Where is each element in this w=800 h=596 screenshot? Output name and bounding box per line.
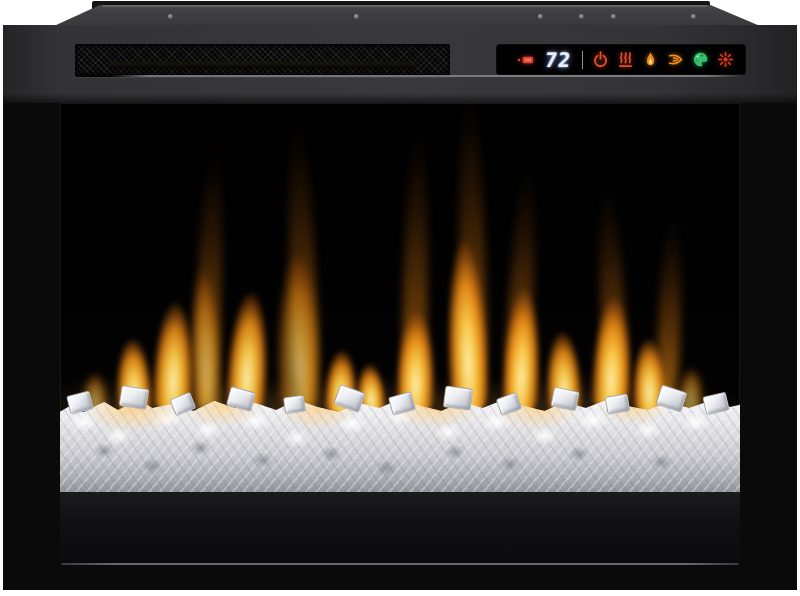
heat-button[interactable] — [617, 51, 634, 68]
color-theme-button[interactable] — [692, 51, 709, 68]
product-name: Electric Fireplace Insert — [0, 0, 1, 1]
screw-icon — [354, 14, 359, 19]
glass-bottom-trim — [62, 563, 738, 565]
fireplace-product-photo: Electric Fireplace Insert 72 — [0, 0, 800, 596]
power-button[interactable] — [592, 51, 609, 68]
flame-tongue — [498, 229, 548, 415]
crystal-chunk — [119, 385, 150, 410]
temperature-display: 72 — [544, 48, 573, 72]
screw-icon — [611, 14, 616, 19]
screw-icon — [579, 14, 584, 19]
flame-tongue — [392, 265, 441, 416]
flame-speed-icon — [667, 51, 684, 68]
screw-icon — [168, 14, 173, 19]
firebox-glass — [60, 103, 740, 565]
flame-icon — [642, 51, 659, 68]
control-panel: 72 — [497, 45, 745, 74]
flame-tongue — [270, 180, 326, 416]
top-bezel: 72 — [3, 25, 797, 103]
heat-on-indicator-icon — [517, 55, 534, 65]
hearth-front-panel — [60, 492, 740, 563]
power-icon — [592, 51, 609, 68]
top-panel — [54, 5, 760, 26]
panel-divider — [582, 51, 583, 69]
brightness-icon — [717, 51, 734, 68]
flame-speed-button[interactable] — [667, 51, 684, 68]
heater-icon — [617, 51, 634, 68]
control-buttons — [592, 51, 734, 68]
crystal-chunk — [443, 385, 473, 410]
fireplace-body: 72 — [3, 25, 797, 590]
brightness-button[interactable] — [717, 51, 734, 68]
crystal-chunk — [283, 395, 306, 415]
flame-button[interactable] — [642, 51, 659, 68]
bezel-highlight-line — [110, 75, 743, 77]
flame-tongue — [437, 159, 494, 416]
screw-icon — [538, 14, 543, 19]
color-palette-icon — [692, 51, 709, 68]
heater-vent-grille — [75, 44, 450, 77]
screw-icon — [691, 14, 696, 19]
